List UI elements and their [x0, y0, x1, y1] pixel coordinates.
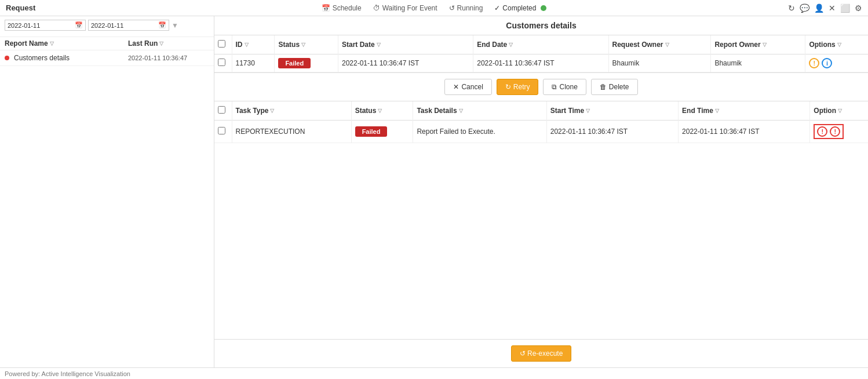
left-panel: 2022-01-11 📅 2022-01-11 📅 ▼ Report Name … [0, 16, 214, 367]
lower-select-all-checkbox[interactable] [218, 106, 225, 114]
status-green-dot [541, 5, 546, 11]
upper-row-id: 11730 [232, 54, 275, 72]
close-icon[interactable]: ✕ [829, 3, 836, 13]
end-time-filter-icon[interactable]: ▽ [715, 108, 719, 114]
report-name-header: Report Name ▽ [5, 39, 128, 48]
start-time-col-header: Start Time ▽ [546, 101, 678, 121]
end-time-col-header: End Time ▽ [679, 101, 810, 121]
nav-running-label: Running [457, 4, 483, 12]
retry-button[interactable]: ↻ Retry [497, 79, 539, 95]
lower-table-row: REPORTEXECUTION Failed Report Failed to … [214, 121, 868, 143]
completed-checkmark-icon: ✓ [494, 4, 500, 12]
upper-table-container: ID ▽ Status ▽ Start Date [214, 35, 868, 73]
option-filter-icon[interactable]: ▽ [838, 108, 842, 114]
report-row[interactable]: Customers details 2022-01-11 10:36:47 [0, 50, 214, 66]
lower-row-checkbox-cell [214, 121, 232, 143]
running-icon: ↺ [449, 4, 455, 12]
lower-row-end-time: 2022-01-11 10:36:47 IST [679, 121, 810, 143]
options-col-header: Options ▽ [805, 35, 868, 54]
report-name-filter-icon[interactable]: ▽ [50, 41, 54, 46]
upper-row-checkbox[interactable] [218, 59, 225, 66]
req-owner-filter-icon[interactable]: ▽ [665, 42, 669, 48]
upper-select-all-checkbox[interactable] [218, 40, 225, 48]
user-icon[interactable]: 👤 [814, 3, 824, 13]
nav-schedule[interactable]: 📅 Schedule [322, 4, 362, 12]
upper-table-row: 11730 Failed 2022-01-11 10:36:47 IST 202… [214, 54, 868, 72]
nav-running[interactable]: ↺ Running [449, 4, 483, 12]
date-row: 2022-01-11 📅 2022-01-11 📅 ▼ [5, 20, 209, 31]
upper-row-start-date: 2022-01-11 10:36:47 IST [338, 54, 473, 72]
last-run-header-label: Last Run [128, 39, 158, 48]
lower-checkbox-col [214, 101, 232, 121]
window-icon[interactable]: ⬜ [840, 3, 850, 13]
footer: Powered by: Active Intelligence Visualiz… [0, 367, 868, 379]
nav-waiting[interactable]: ⏱ Waiting For Event [373, 4, 437, 12]
id-col-header: ID ▽ [232, 35, 275, 54]
task-details-col-header: Task Details ▽ [413, 101, 546, 121]
end-date-col-header: End Date ▽ [473, 35, 608, 54]
failed-status-badge: Failed [278, 58, 311, 68]
status-col-header: Status ▽ [275, 35, 338, 54]
delete-icon: 🗑 [600, 83, 607, 91]
lower-table: Task Type ▽ Status ▽ [214, 101, 868, 143]
lower-alert-icon-2[interactable]: ! [830, 126, 840, 137]
task-details-filter-icon[interactable]: ▽ [459, 108, 463, 114]
report-name-cell: Customers details [14, 54, 128, 62]
retry-label: Retry [513, 83, 530, 91]
end-date-filter-icon[interactable]: ▽ [509, 42, 513, 48]
message-icon[interactable]: 💬 [800, 3, 809, 13]
upper-option-icons: ! i [809, 58, 865, 68]
upper-row-status: Failed [275, 54, 338, 72]
reexecute-button[interactable]: ↺ Re-execute [511, 345, 572, 362]
task-type-filter-icon[interactable]: ▽ [270, 108, 274, 114]
date-filter-icon[interactable]: ▼ [172, 21, 178, 30]
calendar-icon: 📅 [75, 21, 83, 29]
cancel-button[interactable]: ✕ Cancel [444, 79, 491, 95]
upper-row-req-owner: Bhaumik [608, 54, 711, 72]
lower-alert-icon-1[interactable]: ! [817, 126, 827, 137]
rep-owner-filter-icon[interactable]: ▽ [763, 42, 767, 48]
alert-icon[interactable]: ! [809, 58, 819, 68]
clone-icon: ⧉ [552, 83, 557, 91]
right-panel: Customers details ID ▽ [214, 16, 868, 367]
info-icon[interactable]: i [822, 58, 832, 68]
settings-icon[interactable]: ⚙ [855, 3, 862, 13]
refresh-icon[interactable]: ↻ [788, 3, 795, 13]
lower-status-col-header: Status ▽ [351, 101, 413, 121]
start-date-filter-icon[interactable]: ▽ [377, 42, 381, 48]
upper-row-rep-owner: Bhaumik [711, 54, 805, 72]
start-date-col-header: Start Date ▽ [338, 35, 473, 54]
id-filter-icon[interactable]: ▽ [245, 42, 249, 48]
date-to-value: 2022-01-11 [91, 22, 123, 29]
upper-table: ID ▽ Status ▽ Start Date [214, 35, 868, 72]
left-panel-header: 2022-01-11 📅 2022-01-11 📅 ▼ [0, 16, 214, 37]
task-type-col-header: Task Type ▽ [232, 101, 351, 121]
lower-row-start-time: 2022-01-11 10:36:47 IST [546, 121, 678, 143]
delete-label: Delete [609, 83, 629, 91]
upper-table-header-row: ID ▽ Status ▽ Start Date [214, 35, 868, 54]
nav-completed-label: Completed [502, 4, 536, 12]
clone-button[interactable]: ⧉ Clone [543, 79, 586, 95]
lower-failed-badge: Failed [355, 126, 388, 137]
lower-row-checkbox[interactable] [218, 127, 225, 134]
nav-completed[interactable]: ✓ Completed [494, 4, 546, 12]
app-title: Request [6, 3, 35, 12]
lower-status-filter-icon[interactable]: ▽ [378, 108, 382, 114]
date-to-input[interactable]: 2022-01-11 📅 [88, 20, 169, 31]
lower-section: Task Type ▽ Status ▽ [214, 101, 868, 367]
last-run-filter-icon[interactable]: ▽ [159, 41, 163, 46]
report-section-title: Customers details [214, 16, 868, 35]
status-filter-icon[interactable]: ▽ [301, 42, 305, 48]
options-filter-icon[interactable]: ▽ [837, 42, 841, 48]
last-run-header: Last Run ▽ [128, 39, 209, 48]
cancel-x-icon: ✕ [453, 83, 459, 91]
red-status-dot [5, 56, 9, 60]
request-owner-col-header: Request Owner ▽ [608, 35, 711, 54]
start-time-filter-icon[interactable]: ▽ [586, 108, 590, 114]
reexecute-label: ↺ Re-execute [520, 349, 563, 358]
left-panel-body: Customers details 2022-01-11 10:36:47 [0, 50, 214, 367]
action-bar: ✕ Cancel ↻ Retry ⧉ Clone 🗑 Delete [214, 73, 868, 101]
date-from-input[interactable]: 2022-01-11 📅 [5, 20, 86, 31]
left-col-headers: Report Name ▽ Last Run ▽ [0, 37, 214, 50]
delete-button[interactable]: 🗑 Delete [591, 79, 638, 95]
